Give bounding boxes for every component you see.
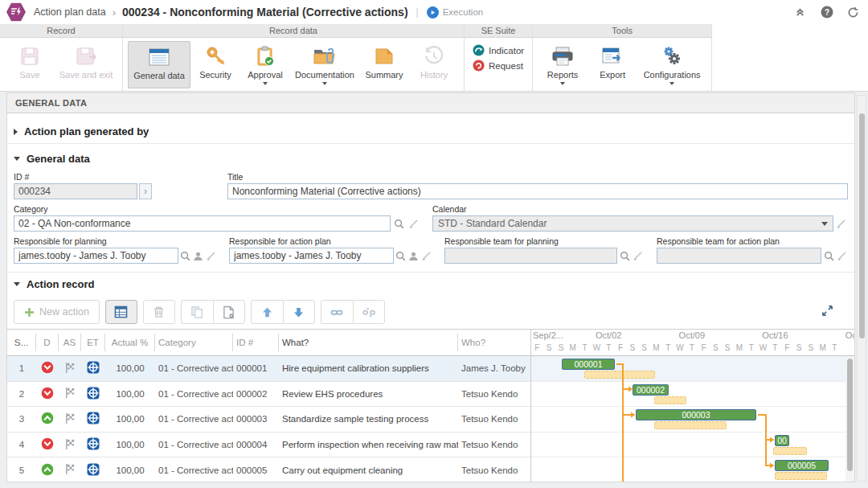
- column-header[interactable]: ET: [81, 334, 105, 351]
- collapse-ribbon-icon[interactable]: [793, 6, 807, 19]
- gantt-day-letter: T: [662, 343, 674, 352]
- gantt-bar[interactable]: 000003: [636, 409, 756, 420]
- request-button[interactable]: Request: [473, 59, 524, 72]
- table-row[interactable]: 1100,0001 - Corrective action000001Hire …: [7, 356, 530, 382]
- gantt-bar[interactable]: 000001: [562, 359, 615, 370]
- deadline-status-icon[interactable]: [36, 361, 59, 375]
- column-header[interactable]: ID #: [233, 334, 279, 351]
- calendar-select[interactable]: STD - Standard Calendar: [432, 215, 833, 232]
- table-row[interactable]: 2100,0001 - Corrective action000002Revie…: [7, 382, 530, 408]
- clear-icon[interactable]: [632, 249, 644, 263]
- save-and-exit-button[interactable]: Save and exit: [55, 41, 117, 81]
- documentation-button[interactable]: Documentation: [290, 41, 359, 87]
- indicator-icon: [473, 44, 485, 56]
- reports-button[interactable]: Reports: [538, 41, 588, 87]
- action-status-icon[interactable]: [59, 362, 81, 375]
- move-down-button[interactable]: [283, 300, 315, 324]
- dropdown-caret-icon: [669, 82, 674, 85]
- action-status-icon[interactable]: [59, 387, 81, 400]
- id-expand-button[interactable]: ›: [139, 183, 152, 199]
- execution-type-icon[interactable]: [81, 361, 105, 375]
- clear-icon[interactable]: [835, 217, 848, 231]
- refresh-icon[interactable]: [846, 6, 860, 19]
- responsible-team-action-plan-field[interactable]: [657, 248, 821, 264]
- grid-view-button[interactable]: [105, 300, 137, 324]
- help-icon[interactable]: ?: [820, 6, 833, 19]
- section-action-record[interactable]: Action record: [7, 272, 854, 296]
- gantt-scrollbar[interactable]: [845, 357, 854, 482]
- action-status-icon[interactable]: [59, 463, 81, 477]
- deadline-status-icon[interactable]: [36, 387, 59, 401]
- move-up-button[interactable]: [251, 300, 283, 324]
- approval-button[interactable]: Approval: [240, 41, 290, 87]
- user-icon[interactable]: [193, 249, 204, 263]
- gantt-week-label: Oct/16: [734, 330, 817, 340]
- summary-button[interactable]: Summary: [359, 41, 409, 87]
- clear-icon[interactable]: [205, 249, 216, 263]
- gantt-bar[interactable]: 000005: [775, 460, 829, 471]
- table-row[interactable]: 3100,0001 - Corrective action000003Stand…: [7, 407, 530, 433]
- execution-type-icon[interactable]: [81, 437, 105, 452]
- gantt-bar[interactable]: 00: [775, 435, 789, 446]
- column-header[interactable]: Who?: [458, 334, 530, 351]
- section-action-plan-generated-by[interactable]: Action plan generated by: [7, 118, 854, 144]
- clear-icon[interactable]: [407, 217, 420, 231]
- expanded-triangle-icon: [14, 157, 20, 161]
- general-data-button[interactable]: General data: [128, 41, 190, 88]
- category-cell: 01 - Corrective action: [155, 414, 233, 424]
- user-icon[interactable]: [408, 249, 420, 263]
- page-scrollbar[interactable]: [857, 95, 866, 482]
- action-status-icon[interactable]: [59, 438, 81, 452]
- deadline-status-icon[interactable]: [36, 437, 59, 452]
- gantt-day-letter: S: [805, 343, 817, 352]
- deadline-status-icon[interactable]: [36, 412, 59, 426]
- export-button[interactable]: Export: [588, 41, 637, 87]
- responsible-action-plan-field[interactable]: [229, 248, 394, 264]
- execution-type-icon[interactable]: [81, 463, 105, 478]
- execution-type-icon[interactable]: [81, 412, 105, 426]
- column-header[interactable]: S...: [7, 334, 36, 351]
- category-field[interactable]: [14, 215, 391, 232]
- responsible-team-planning-field[interactable]: [444, 248, 617, 264]
- configurations-button[interactable]: Configurations: [637, 41, 706, 87]
- gantt-day-letter: S: [793, 343, 805, 352]
- action-status-icon[interactable]: [59, 412, 81, 426]
- export-icon: [601, 44, 624, 68]
- search-icon[interactable]: [180, 249, 191, 263]
- maximize-icon[interactable]: [821, 305, 833, 319]
- table-row[interactable]: 5100,0001 - Corrective action000005Carry…: [7, 457, 530, 482]
- table-row[interactable]: 4100,0001 - Corrective action000004Perfo…: [7, 433, 530, 458]
- column-header[interactable]: Actual %: [105, 334, 155, 351]
- clear-icon[interactable]: [420, 249, 432, 263]
- expanded-triangle-icon: [14, 282, 20, 286]
- indicator-button[interactable]: Indicator: [473, 44, 524, 56]
- search-icon[interactable]: [392, 217, 405, 231]
- new-action-button[interactable]: New action: [14, 300, 100, 324]
- id-field[interactable]: [14, 183, 137, 199]
- breadcrumb[interactable]: Action plan data: [34, 6, 106, 18]
- column-header[interactable]: AS: [59, 334, 81, 351]
- search-icon[interactable]: [823, 249, 835, 263]
- security-button[interactable]: Security: [190, 41, 240, 87]
- history-button[interactable]: History: [409, 41, 459, 87]
- section-general-data[interactable]: General data: [7, 146, 854, 170]
- search-icon[interactable]: [395, 249, 407, 263]
- actual-percent: 100,00: [105, 389, 155, 399]
- deadline-status-icon[interactable]: [36, 463, 59, 478]
- delete-action-button[interactable]: [143, 300, 175, 324]
- gantt-bar[interactable]: 000002: [633, 384, 669, 396]
- save-button[interactable]: Save: [5, 41, 55, 81]
- grid-view-icon: [114, 306, 128, 318]
- action-data-button[interactable]: [213, 300, 245, 324]
- search-icon[interactable]: [619, 249, 631, 263]
- column-header[interactable]: Category: [155, 334, 233, 351]
- execution-type-icon[interactable]: [81, 387, 105, 401]
- link-actions-button[interactable]: [321, 300, 353, 324]
- clear-icon[interactable]: [836, 249, 848, 263]
- title-field[interactable]: [227, 183, 848, 199]
- copy-action-button[interactable]: [181, 300, 213, 324]
- column-header[interactable]: What?: [279, 334, 458, 351]
- unlink-actions-button[interactable]: [353, 300, 385, 324]
- column-header[interactable]: D: [36, 334, 59, 351]
- responsible-planning-field[interactable]: [14, 248, 178, 264]
